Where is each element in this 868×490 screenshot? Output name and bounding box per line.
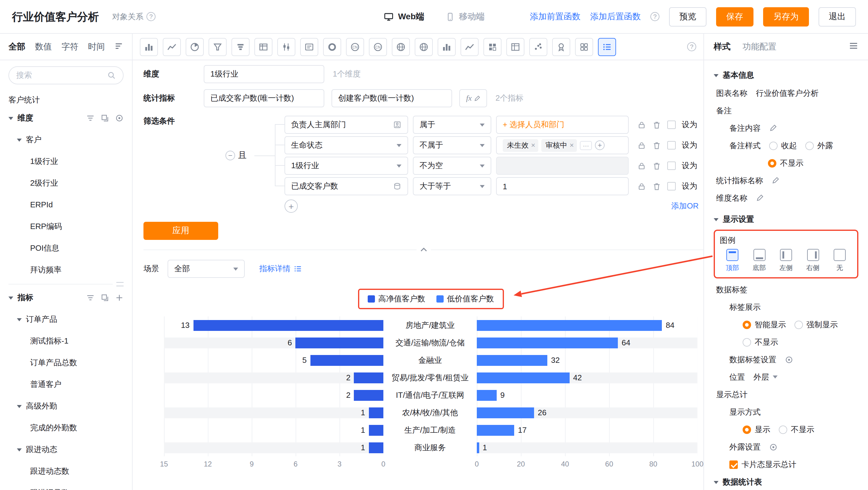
save-as-button[interactable]: 另存为	[763, 7, 809, 26]
legend-position-left[interactable]: 左侧	[773, 249, 799, 272]
lock-icon[interactable]	[637, 161, 646, 170]
candlestick-chart-icon[interactable]	[277, 38, 296, 56]
filter-fields-icon[interactable]	[86, 114, 95, 122]
area-chart-icon[interactable]	[461, 38, 478, 56]
set-as-checkbox[interactable]	[667, 121, 676, 129]
section-dimensions[interactable]: 维度	[8, 107, 124, 129]
radio-force-show[interactable]: 强制显示	[795, 319, 838, 330]
tree-item[interactable]: 测试指标-1	[8, 330, 124, 352]
set-as-checkbox[interactable]	[667, 182, 676, 190]
delete-icon[interactable]	[652, 141, 661, 150]
tab-web[interactable]: Web端	[384, 11, 424, 22]
settings-target-icon[interactable]	[115, 114, 124, 122]
globe-chart-icon[interactable]	[415, 38, 433, 56]
section-basic-info[interactable]: 基本信息	[714, 66, 858, 84]
tree-item[interactable]: 跟进动态数	[8, 460, 124, 482]
edit-pencil-icon[interactable]	[756, 194, 764, 202]
metric-field-input[interactable]: 创建客户数(唯一计数)	[332, 89, 452, 107]
edit-pencil-icon[interactable]	[769, 124, 777, 132]
add-filter-button[interactable]	[284, 200, 298, 213]
section-data-table[interactable]: 数据统计表	[714, 473, 858, 490]
lock-icon[interactable]	[637, 141, 646, 150]
set-as-checkbox[interactable]	[667, 161, 676, 170]
tree-item[interactable]: ERPId	[8, 194, 124, 216]
radio-total-show[interactable]: 显示	[743, 424, 770, 435]
filter-value-tags[interactable]: 未生效 审核中 ···	[496, 136, 629, 154]
remove-tag-icon[interactable]	[569, 141, 574, 150]
bar-chart-icon[interactable]	[140, 38, 158, 56]
filter-field-select[interactable]: 1级行业	[284, 157, 408, 175]
tree-item[interactable]: 普通客户	[8, 374, 124, 395]
pivot-table-icon[interactable]	[506, 38, 524, 56]
add-pre-function-link[interactable]: 添加前置函数	[530, 11, 581, 22]
apply-button[interactable]: 应用	[144, 222, 218, 240]
set-as-checkbox[interactable]	[667, 141, 676, 150]
tab-style[interactable]: 样式	[714, 41, 731, 52]
position-select[interactable]: 外层	[753, 372, 778, 382]
card-view-icon[interactable]	[300, 38, 318, 56]
world-map-icon[interactable]	[392, 38, 410, 56]
card-total-checkbox-item[interactable]: 卡片态显示总计	[730, 459, 796, 470]
search-input[interactable]: 搜索	[8, 66, 124, 84]
china-map-bubble-icon[interactable]: CN	[369, 38, 387, 56]
filter-value-picker[interactable]: + 选择人员和部门	[496, 116, 629, 134]
filter-operator-select[interactable]: 不属于	[413, 136, 491, 154]
add-or-link[interactable]: 添加OR	[671, 201, 699, 212]
legend-item[interactable]: 高净值客户数	[367, 294, 425, 304]
bidirectional-bar-icon[interactable]	[598, 38, 616, 56]
china-map-icon[interactable]: CN	[346, 38, 364, 56]
legend-position-top[interactable]: 顶部	[720, 249, 745, 272]
tab-all-fields[interactable]: 全部	[8, 41, 25, 52]
section-display-settings[interactable]: 显示设置	[714, 210, 858, 228]
pane-resize-handle[interactable]	[8, 281, 124, 287]
batch-copy-icon[interactable]	[101, 114, 109, 122]
tree-item[interactable]: POI信息	[8, 238, 124, 259]
tree-group[interactable]: 跟进动态	[8, 439, 124, 460]
tab-text-fields[interactable]: 字符	[61, 41, 79, 52]
legend-position-bottom[interactable]: 底部	[747, 249, 772, 272]
tab-function-config[interactable]: 功能配置	[743, 41, 776, 52]
help-icon[interactable]	[147, 12, 156, 21]
filter-operator-select[interactable]: 属于	[413, 116, 491, 134]
tree-item[interactable]: 完成的外勤数	[8, 417, 124, 439]
scene-select[interactable]: 全部	[167, 260, 245, 278]
tree-group[interactable]: 高级外勤	[8, 395, 124, 417]
lock-icon[interactable]	[637, 120, 646, 129]
filter-field-select[interactable]: 生命状态	[284, 136, 408, 154]
tree-group[interactable]: 客户	[8, 129, 124, 151]
tree-item[interactable]: 跟进记录数	[8, 482, 124, 490]
legend-item[interactable]: 低价值客户数	[436, 294, 494, 304]
scatter-chart-icon[interactable]	[529, 38, 547, 56]
filter-fields-icon[interactable]	[86, 294, 95, 302]
lock-icon[interactable]	[637, 182, 646, 191]
radio-remark-collapse[interactable]: 收起	[769, 140, 797, 151]
tree-item[interactable]: 1级行业	[8, 151, 124, 172]
sort-fields-icon[interactable]	[115, 41, 124, 52]
radio-remark-hide[interactable]: 不显示	[768, 158, 804, 169]
save-button[interactable]: 保存	[716, 7, 753, 26]
add-metric-icon[interactable]	[115, 294, 124, 302]
radio-remark-expose[interactable]: 外露	[805, 140, 833, 151]
remove-tag-icon[interactable]	[531, 141, 535, 150]
radio-label-hide[interactable]: 不显示	[743, 337, 778, 347]
add-tag-icon[interactable]	[595, 141, 604, 150]
section-metrics[interactable]: 指标	[8, 287, 124, 309]
line-chart-icon[interactable]	[163, 38, 181, 56]
card-grid-icon[interactable]	[575, 38, 593, 56]
panel-menu-icon[interactable]	[849, 41, 858, 53]
table-chart-icon[interactable]	[254, 38, 273, 56]
pie-chart-icon[interactable]	[186, 38, 204, 56]
chart-type-help-icon[interactable]	[687, 42, 696, 51]
preview-button[interactable]: 预览	[669, 7, 707, 26]
filter-value-input[interactable]: 1	[496, 177, 629, 195]
pyramid-chart-icon[interactable]	[231, 38, 250, 56]
help-icon[interactable]	[650, 12, 659, 21]
metric-detail-link[interactable]: 指标详情	[259, 264, 302, 274]
histogram-chart-icon[interactable]	[438, 38, 456, 56]
radio-smart-show[interactable]: 智能显示	[743, 319, 786, 330]
tree-item[interactable]: ERP编码	[8, 216, 124, 238]
tab-time-fields[interactable]: 时间	[88, 41, 105, 52]
matrix-chart-icon[interactable]	[484, 38, 501, 56]
tab-number-fields[interactable]: 数值	[35, 41, 52, 52]
tree-item[interactable]: 拜访频率	[8, 259, 124, 281]
